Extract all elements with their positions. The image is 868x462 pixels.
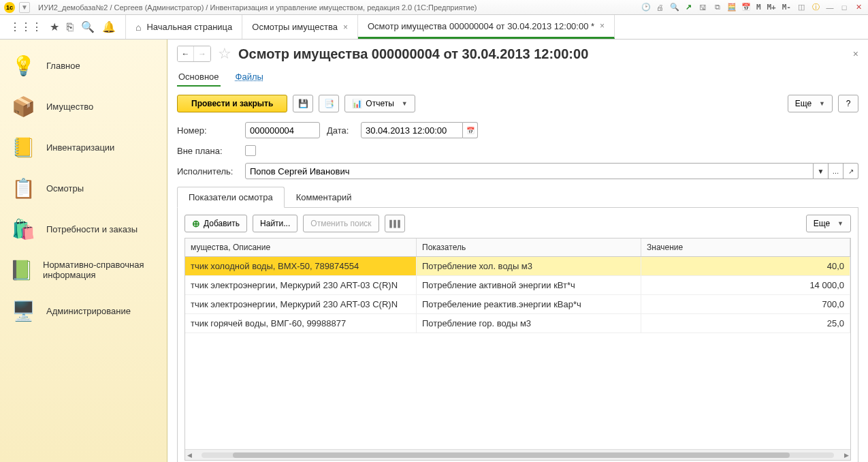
open-icon[interactable]: ↗ bbox=[843, 163, 858, 179]
cell-indicator: Потребление активной энергии кВт*ч bbox=[417, 276, 641, 294]
inner-tab-indicators[interactable]: Показатели осмотра bbox=[177, 187, 285, 208]
page-close-icon[interactable]: × bbox=[853, 48, 858, 59]
calendar-icon[interactable]: 📅 bbox=[741, 2, 752, 13]
sidebar-item-inspections[interactable]: 📋Осмотры bbox=[0, 168, 167, 209]
maximize-icon[interactable]: □ bbox=[839, 2, 850, 13]
choose-icon[interactable]: … bbox=[829, 163, 843, 179]
sidebar-item-inventory[interactable]: 📒Инвентаризации bbox=[0, 127, 167, 168]
find-button[interactable]: Найти... bbox=[253, 215, 298, 232]
search-tab-icon[interactable]: 🔍 bbox=[81, 20, 95, 33]
table-row[interactable]: тчик электроэнергии, Меркурий 230 ART-03… bbox=[185, 276, 850, 295]
print-icon[interactable]: 🖨 bbox=[655, 2, 666, 13]
compare-icon[interactable]: ⧉ bbox=[712, 2, 723, 13]
number-field[interactable] bbox=[245, 122, 320, 138]
cancel-find-button[interactable]: Отменить поиск bbox=[303, 215, 379, 232]
back-button[interactable]: ← bbox=[178, 46, 194, 61]
add-button[interactable]: ⊕Добавить bbox=[184, 215, 247, 232]
executor-field[interactable] bbox=[245, 163, 814, 179]
date-field[interactable] bbox=[361, 122, 463, 138]
grid-header-indicator[interactable]: Показатель bbox=[417, 238, 641, 256]
star-icon[interactable]: ☆ bbox=[218, 45, 231, 63]
post-button[interactable]: 📑 bbox=[319, 95, 339, 112]
books-icon: 📗 bbox=[10, 256, 33, 283]
inner-tab-comment[interactable]: Комментарий bbox=[285, 187, 364, 208]
sidebar-item-orders[interactable]: 🛍️Потребности и заказы bbox=[0, 209, 167, 249]
plus-icon: ⊕ bbox=[192, 218, 200, 229]
calculator-icon[interactable]: 🧮 bbox=[726, 2, 737, 13]
barcode-button[interactable]: ∥∥∥ bbox=[385, 215, 405, 232]
grid-header-description[interactable]: мущества, Описание bbox=[185, 238, 417, 256]
outofplan-checkbox[interactable] bbox=[245, 145, 256, 156]
minimize-icon[interactable]: — bbox=[824, 2, 835, 13]
pin-icon[interactable]: ⎘ bbox=[67, 21, 74, 33]
memory-mminus[interactable]: M- bbox=[781, 2, 792, 13]
save-doc-button[interactable]: 💾 bbox=[293, 95, 313, 112]
sidebar-item-admin[interactable]: 🖥️Администрирование bbox=[0, 290, 167, 331]
search-icon[interactable]: 🔍 bbox=[669, 2, 680, 13]
close-icon[interactable]: ✕ bbox=[853, 2, 864, 13]
cell-description: тчик холодной воды, BMX-50, 789874554 bbox=[185, 257, 417, 275]
dropdown-icon[interactable]: ▼ bbox=[814, 163, 829, 179]
tab-close-icon[interactable]: × bbox=[343, 22, 348, 32]
sidebar-item-assets[interactable]: 📦Имущество bbox=[0, 86, 167, 127]
window-titlebar: 1c ▼ ИУИ2_демобаза№2 / Сергеев (Админист… bbox=[0, 0, 868, 15]
table-row[interactable]: тчик холодной воды, BMX-50, 789874554Пот… bbox=[185, 257, 850, 276]
doc-tab-main[interactable]: Основное bbox=[177, 70, 221, 87]
tab-home[interactable]: ⌂ Начальная страница bbox=[126, 15, 242, 39]
tab-inspection-doc[interactable]: Осмотр имущества 000000004 от 30.04.2013… bbox=[358, 15, 615, 39]
tab-bar: ⋮⋮⋮ ★ ⎘ 🔍 🔔 ⌂ Начальная страница Осмотры… bbox=[0, 15, 868, 40]
executor-label: Исполнитель: bbox=[177, 166, 238, 176]
home-icon: ⌂ bbox=[135, 22, 141, 33]
memory-m[interactable]: M bbox=[755, 2, 762, 13]
clipboard-icon: 📋 bbox=[10, 174, 37, 202]
cell-value: 14 000,0 bbox=[641, 276, 850, 294]
table-row[interactable]: тчик электроэнергии, Меркурий 230 ART-03… bbox=[185, 295, 850, 314]
cell-value: 700,0 bbox=[641, 295, 850, 313]
memory-mplus[interactable]: M+ bbox=[766, 2, 777, 13]
more-button[interactable]: Еще▼ bbox=[788, 95, 833, 112]
window-title: ИУИ2_демобаза№2 / Сергеев (Администратор… bbox=[34, 3, 637, 12]
folder-icon: 📒 bbox=[10, 134, 37, 161]
sidebar-item-main[interactable]: 💡Главное bbox=[0, 45, 167, 86]
info-icon[interactable]: ⓘ bbox=[810, 2, 821, 13]
nav-buttons: ← → bbox=[177, 46, 211, 62]
sidebar: 💡Главное 📦Имущество 📒Инвентаризации 📋Осм… bbox=[0, 40, 167, 462]
table-row[interactable]: тчик горячей воды, ВМГ-60, 99988877Потре… bbox=[185, 314, 850, 333]
grid-header-value[interactable]: Значение bbox=[641, 238, 850, 256]
forward-button[interactable]: → bbox=[194, 46, 210, 61]
history-icon[interactable]: 🕑 bbox=[641, 2, 652, 13]
cell-value: 25,0 bbox=[641, 314, 850, 333]
favorite-icon[interactable]: ★ bbox=[50, 20, 59, 33]
sidebar-item-reference[interactable]: 📗Нормативно-справочная информация bbox=[0, 249, 167, 290]
save-icon[interactable]: 🖫 bbox=[698, 2, 709, 13]
scroll-right-icon[interactable]: ▶ bbox=[842, 452, 850, 459]
number-label: Номер: bbox=[177, 125, 238, 136]
server-icon: 🖥️ bbox=[10, 297, 37, 324]
box-icon: 📦 bbox=[10, 93, 37, 120]
tab-inspections-list[interactable]: Осмотры имущества × bbox=[242, 15, 358, 39]
chart-icon: 📊 bbox=[352, 99, 362, 108]
cell-description: тчик электроэнергии, Меркурий 230 ART-03… bbox=[185, 276, 417, 294]
date-label: Дата: bbox=[327, 125, 354, 136]
grid-more-button[interactable]: Еще▼ bbox=[806, 215, 851, 232]
cell-description: тчик электроэнергии, Меркурий 230 ART-03… bbox=[185, 295, 417, 313]
grid-empty-area[interactable] bbox=[185, 333, 850, 449]
link-icon[interactable]: ↗ bbox=[684, 2, 694, 13]
main-menu-dropdown[interactable]: ▼ bbox=[19, 2, 30, 13]
bag-icon: 🛍️ bbox=[10, 215, 37, 243]
post-close-button[interactable]: Провести и закрыть bbox=[177, 95, 287, 112]
app-icon[interactable]: 1c bbox=[4, 2, 15, 13]
scroll-left-icon[interactable]: ◀ bbox=[185, 452, 193, 459]
help-button[interactable]: ? bbox=[838, 95, 858, 112]
reports-button[interactable]: 📊Отчеты▼ bbox=[344, 95, 415, 112]
bell-icon[interactable]: 🔔 bbox=[102, 20, 116, 33]
calendar-picker-icon[interactable]: 📅 bbox=[463, 122, 478, 138]
doc-tab-files[interactable]: Файлы bbox=[234, 70, 265, 87]
apps-icon[interactable]: ⋮⋮⋮ bbox=[10, 20, 42, 33]
scrollbar-thumb[interactable] bbox=[233, 452, 790, 458]
cell-indicator: Потребление хол. воды м3 bbox=[417, 257, 641, 275]
indicators-grid: мущества, Описание Показатель Значение т… bbox=[184, 238, 851, 461]
tab-close-icon[interactable]: × bbox=[600, 21, 605, 31]
panel-icon[interactable]: ◫ bbox=[796, 2, 807, 13]
horizontal-scrollbar[interactable]: ◀ ▶ bbox=[185, 449, 850, 460]
